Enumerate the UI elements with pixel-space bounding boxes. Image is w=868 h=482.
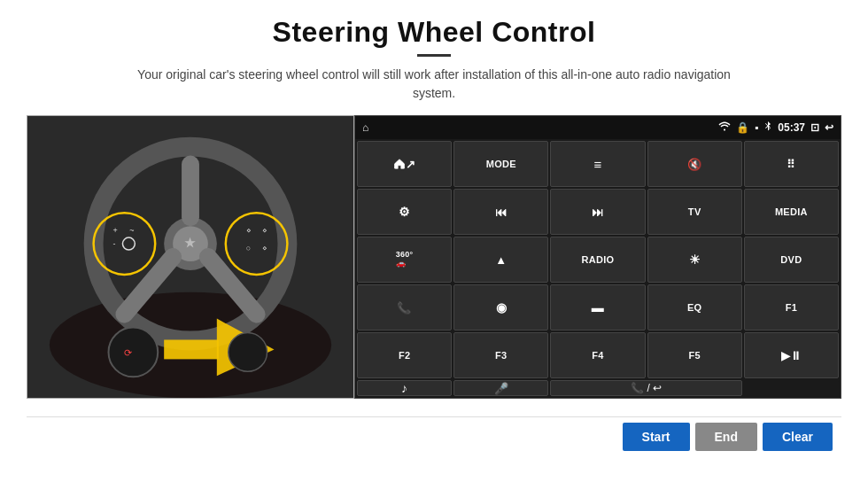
- svg-point-20: [109, 328, 159, 377]
- btn-mic[interactable]: 🎤: [453, 380, 548, 396]
- home-icon[interactable]: ⌂: [362, 121, 368, 134]
- svg-text:⋄: ⋄: [246, 226, 252, 235]
- end-button[interactable]: End: [695, 423, 757, 451]
- btn-next[interactable]: ⏭: [550, 189, 645, 235]
- btn-f2[interactable]: F2: [357, 332, 452, 378]
- btn-f3-label: F3: [495, 350, 507, 361]
- content-row: + ~ - ⋄ ⋄ ○ ⋄ ⟳: [27, 115, 841, 416]
- btn-radio[interactable]: RADIO: [550, 237, 645, 283]
- btn-media[interactable]: MEDIA: [744, 189, 839, 235]
- button-grid: ↗ MODE ≡ 🔇 ⠿ ⚙ ⏮ ⏭ TV MEDIA 360°🚗 ▲ RADI…: [355, 139, 841, 380]
- page-title: Steering Wheel Control: [273, 16, 596, 49]
- btn-360[interactable]: 360°🚗: [357, 237, 452, 283]
- btn-f4[interactable]: F4: [550, 332, 645, 378]
- title-divider: [417, 54, 451, 57]
- svg-point-22: [229, 333, 267, 372]
- btn-mute[interactable]: 🔇: [647, 141, 742, 187]
- status-bar: ⌂ 🔒 ▪ 05:37 ⊡ ↩: [355, 116, 841, 139]
- btn-dvd-label: DVD: [780, 254, 802, 265]
- bottom-bar: Start End Clear: [27, 416, 841, 456]
- sd-icon: ▪: [755, 121, 758, 134]
- btn-eq[interactable]: EQ: [647, 284, 742, 330]
- svg-rect-19: [164, 339, 219, 359]
- btn-mode[interactable]: MODE: [453, 141, 548, 187]
- btn-prev[interactable]: ⏮: [453, 189, 548, 235]
- btn-phone-hang[interactable]: 📞 / ↩: [550, 380, 741, 396]
- btn-tv-label: TV: [688, 206, 701, 217]
- lock-icon: 🔒: [736, 121, 749, 134]
- clear-button[interactable]: Clear: [763, 423, 833, 451]
- page-container: Steering Wheel Control Your original car…: [0, 0, 868, 482]
- wifi-icon: [718, 121, 731, 134]
- btn-settings[interactable]: ⚙: [357, 189, 452, 235]
- btn-brightness[interactable]: ☀: [647, 237, 742, 283]
- btn-f1[interactable]: F1: [744, 284, 839, 330]
- svg-text:○: ○: [246, 244, 251, 253]
- btn-play-pause[interactable]: ▶⏸: [744, 332, 839, 378]
- start-button[interactable]: Start: [623, 423, 690, 451]
- steering-wheel-image: + ~ - ⋄ ⋄ ○ ⋄ ⟳: [27, 115, 354, 399]
- btn-media-label: MEDIA: [775, 206, 808, 217]
- svg-text:⋄: ⋄: [262, 226, 267, 235]
- window-icon: ⊡: [810, 121, 819, 134]
- btn-eject[interactable]: ▲: [453, 237, 548, 283]
- btn-apps[interactable]: ⠿: [744, 141, 839, 187]
- svg-text:⟳: ⟳: [124, 347, 132, 358]
- bluetooth-icon: [763, 120, 772, 136]
- svg-text:+: +: [112, 226, 117, 235]
- btn-menu[interactable]: ≡: [550, 141, 645, 187]
- btn-f5-label: F5: [688, 350, 700, 361]
- svg-text:-: -: [112, 239, 115, 248]
- time-display: 05:37: [778, 121, 805, 134]
- svg-text:~: ~: [129, 226, 134, 235]
- btn-f4-label: F4: [592, 350, 603, 361]
- btn-radio-label: RADIO: [582, 254, 615, 265]
- btn-eq-label: EQ: [687, 302, 702, 313]
- btn-phone[interactable]: 📞: [357, 284, 452, 330]
- btn-music[interactable]: ♪: [357, 380, 452, 396]
- btn-nav2[interactable]: ◉: [453, 284, 548, 330]
- back-icon[interactable]: ↩: [825, 121, 833, 134]
- btn-f5[interactable]: F5: [647, 332, 742, 378]
- btn-navigate[interactable]: ↗: [357, 141, 452, 187]
- svg-text:★: ★: [184, 236, 196, 250]
- page-subtitle: Your original car's steering wheel contr…: [124, 66, 744, 103]
- headunit-panel: ⌂ 🔒 ▪ 05:37 ⊡ ↩: [354, 115, 841, 399]
- btn-tv[interactable]: TV: [647, 189, 742, 235]
- btn-mode-label: MODE: [486, 159, 516, 169]
- btn-f2-label: F2: [399, 350, 410, 361]
- btn-dvd[interactable]: DVD: [744, 237, 839, 283]
- svg-text:⋄: ⋄: [262, 244, 267, 253]
- btn-f3[interactable]: F3: [453, 332, 548, 378]
- btn-screen[interactable]: ▬: [550, 284, 645, 330]
- btn-empty: [744, 380, 839, 396]
- btn-f1-label: F1: [786, 302, 797, 313]
